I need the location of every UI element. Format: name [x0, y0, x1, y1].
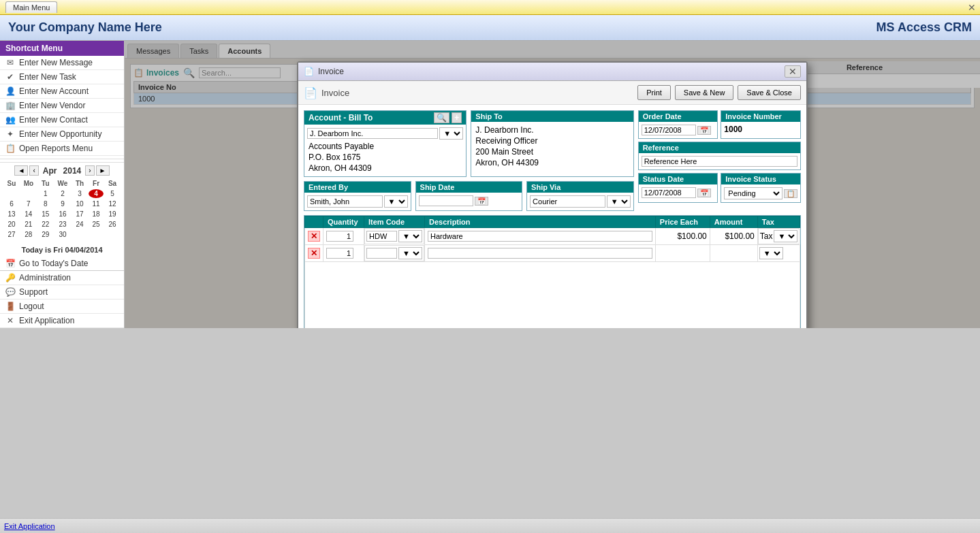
code-2-input[interactable]: [366, 248, 397, 259]
sidebar-item-logout[interactable]: 🚪 Logout: [0, 300, 124, 314]
cal-cell-today[interactable]: 4: [89, 189, 104, 198]
cal-cell[interactable]: 29: [38, 230, 53, 239]
cal-day-tu: Tu: [38, 179, 53, 188]
prev-month-button[interactable]: ‹: [29, 165, 38, 176]
cal-cell[interactable]: 22: [38, 220, 53, 229]
cal-cell[interactable]: 11: [89, 199, 104, 208]
cal-cell[interactable]: 27: [4, 230, 19, 239]
cal-cell[interactable]: 9: [54, 199, 71, 208]
sidebar-item-exit[interactable]: ✕ Exit Application: [0, 314, 124, 328]
sidebar-item-new-account[interactable]: 👤 Enter New Account: [0, 84, 124, 99]
sidebar-item-new-task[interactable]: ✔ Enter New Task: [0, 70, 124, 84]
cal-cell[interactable]: 17: [72, 210, 87, 219]
go-today-button[interactable]: 📅 Go to Today's Date: [0, 257, 124, 270]
sidebar-item-new-vendor[interactable]: 🏢 Enter New Vendor: [0, 99, 124, 113]
save-close-button[interactable]: Save & Close: [738, 85, 801, 100]
next-month-button[interactable]: ›: [85, 165, 94, 176]
ship-via-input[interactable]: [530, 195, 605, 208]
sidebar-item-label: Enter New Vendor: [19, 101, 85, 110]
status-info-button[interactable]: 📋: [784, 189, 797, 198]
cal-cell[interactable]: 28: [20, 230, 37, 239]
cal-cell[interactable]: [105, 230, 120, 239]
entered-by-dropdown[interactable]: ▼: [384, 195, 408, 208]
ship-date-input[interactable]: [419, 195, 473, 206]
code-cell: ▼: [364, 228, 424, 244]
order-date-body: 📅: [639, 122, 718, 138]
order-date-input[interactable]: [642, 125, 696, 135]
cal-cell[interactable]: 19: [105, 210, 120, 219]
cal-cell[interactable]: 30: [54, 230, 71, 239]
sidebar-item-new-contact[interactable]: 👥 Enter New Contact: [0, 113, 124, 127]
cal-cell[interactable]: 13: [4, 210, 19, 219]
sidebar-item-new-message[interactable]: ✉ Enter New Message: [0, 56, 124, 70]
entered-by-input[interactable]: [307, 195, 383, 208]
print-button[interactable]: Print: [637, 85, 671, 100]
cal-cell[interactable]: 12: [105, 199, 120, 208]
cal-cell[interactable]: 20: [4, 220, 19, 229]
cal-cell[interactable]: 14: [20, 210, 37, 219]
app-close-button[interactable]: ✕: [968, 2, 976, 13]
order-date-row: 📅: [642, 125, 715, 135]
order-date-calendar-button[interactable]: 📅: [697, 126, 711, 135]
save-new-button[interactable]: Save & New: [675, 85, 734, 100]
cal-cell[interactable]: 26: [105, 220, 120, 229]
cal-cell[interactable]: 7: [20, 199, 37, 208]
bottom-bar: Exit Application: [0, 518, 980, 533]
status-date-calendar-button[interactable]: 📅: [697, 189, 711, 197]
desc-1-input[interactable]: [428, 231, 652, 242]
cal-cell[interactable]: [89, 230, 104, 239]
add-icon[interactable]: +: [452, 112, 462, 123]
bill-to-company-input[interactable]: [307, 128, 438, 139]
qty-cell: [323, 228, 364, 245]
invoice-status-select[interactable]: Pending Paid Overdue: [724, 187, 783, 199]
status-date-input[interactable]: [642, 187, 696, 198]
cal-cell[interactable]: 25: [89, 220, 104, 229]
code-1-input[interactable]: [366, 231, 397, 242]
reference-input[interactable]: [642, 156, 797, 167]
exit-application-link[interactable]: Exit Application: [4, 522, 55, 530]
next-year-button[interactable]: ►: [96, 165, 110, 176]
cal-cell[interactable]: 2: [54, 189, 71, 198]
cal-cell[interactable]: 1: [38, 189, 53, 198]
sidebar-item-reports[interactable]: 📋 Open Reports Menu: [0, 142, 124, 156]
tax-2-dropdown[interactable]: ▼: [759, 247, 783, 259]
cal-cell[interactable]: 3: [72, 189, 87, 198]
code-2-dropdown[interactable]: ▼: [398, 247, 422, 259]
cal-cell[interactable]: 16: [54, 210, 71, 219]
delete-row-2-button[interactable]: ✕: [308, 248, 320, 259]
bill-to-dropdown[interactable]: ▼: [439, 127, 463, 140]
search-icon[interactable]: 🔍: [434, 112, 449, 123]
cal-cell[interactable]: 21: [20, 220, 37, 229]
qty-2-input[interactable]: [326, 248, 353, 259]
empty-rows-spacer: [305, 261, 800, 328]
cal-cell[interactable]: 24: [72, 220, 87, 229]
main-menu-tab[interactable]: Main Menu: [5, 1, 57, 13]
code-1-dropdown[interactable]: ▼: [398, 230, 422, 242]
sidebar-item-label: Enter New Message: [19, 58, 93, 67]
prev-year-button[interactable]: ◄: [14, 165, 28, 176]
ship-date-calendar-button[interactable]: 📅: [475, 197, 488, 206]
cal-cell[interactable]: 10: [72, 199, 87, 208]
ship-via-dropdown[interactable]: ▼: [607, 195, 631, 208]
sidebar-item-support[interactable]: 💬 Support: [0, 285, 124, 300]
desc-2-input[interactable]: [428, 248, 652, 259]
cal-cell[interactable]: 18: [89, 210, 104, 219]
qty-1-input[interactable]: [326, 231, 353, 242]
cal-cell[interactable]: 15: [38, 210, 53, 219]
cal-cell[interactable]: 5: [105, 189, 120, 198]
cal-cell[interactable]: [72, 230, 87, 239]
sidebar-item-new-opportunity[interactable]: ✦ Enter New Opportunity: [0, 127, 124, 142]
cal-cell[interactable]: 6: [4, 199, 19, 208]
sidebar-item-label: Exit Application: [19, 316, 74, 325]
invoice-number-section: Invoice Number 1000: [721, 110, 801, 139]
delete-row-1-button[interactable]: ✕: [308, 231, 320, 242]
cal-cell[interactable]: 8: [38, 199, 53, 208]
cal-cell[interactable]: 23: [54, 220, 71, 229]
modal-invoice-icon-sm: 📄: [304, 86, 317, 99]
sidebar-item-administration[interactable]: 🔑 Administration: [0, 271, 124, 285]
cal-cell[interactable]: [20, 189, 37, 198]
cal-cell[interactable]: [4, 189, 19, 198]
invoice-status-section: Invoice Status Pending Paid Overdue 📋: [721, 173, 801, 203]
tax-1-dropdown[interactable]: ▼: [774, 230, 797, 242]
modal-close-button[interactable]: ✕: [785, 65, 801, 78]
